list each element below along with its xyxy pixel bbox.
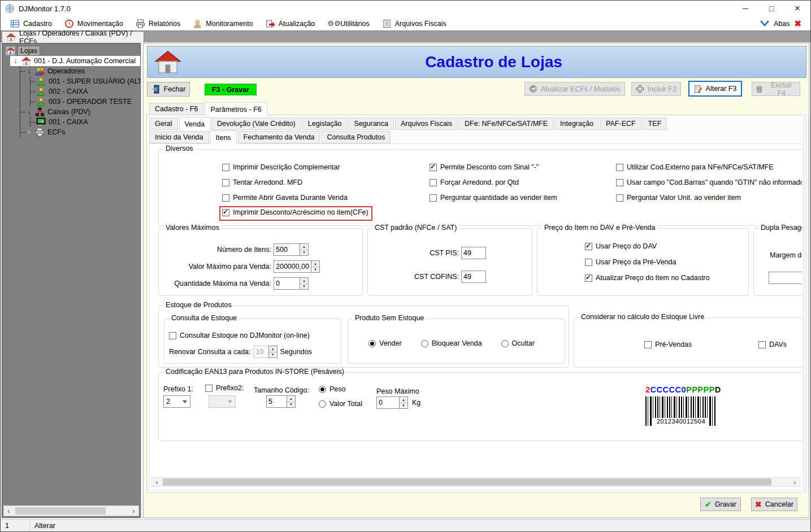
tab-devolucao[interactable]: Devolução (Vale Crédito) xyxy=(211,117,301,130)
page-horizontal-scrollbar[interactable]: ‹ › xyxy=(151,477,800,487)
spin-down-icon[interactable]: ▼ xyxy=(300,250,308,256)
spin-up-icon[interactable]: ▲ xyxy=(300,244,308,250)
radio-ocultar[interactable]: Ocultar xyxy=(501,339,535,347)
tree-horizontal-scrollbar[interactable]: ‹ › xyxy=(3,505,139,516)
tree-item-caixa-001[interactable]: 001 - CAIXA xyxy=(31,117,140,127)
cst-cofins-input[interactable] xyxy=(461,271,486,283)
tab-venda[interactable]: Venda xyxy=(179,117,210,130)
tree-expanded-icon[interactable]: ↓ xyxy=(26,67,32,75)
menu-atualizacao[interactable]: Atualização xyxy=(259,16,322,30)
atualizar-ecfs-button[interactable]: Atualizar ECFs / Modulos xyxy=(524,82,625,96)
tree-expanded-icon[interactable]: ↓ xyxy=(26,108,32,116)
tree-item-operador-003[interactable]: 003 - OPERADOR TESTE xyxy=(31,97,140,107)
cancelar-button[interactable]: ✖ Cancelar xyxy=(751,498,797,511)
workspace-tab-lojas[interactable]: Lojas / Operadores / Caixas (PDV) / ECFs xyxy=(2,31,144,43)
menu-arquivos-fiscais[interactable]: Arquivos Fiscais xyxy=(376,16,453,30)
margem-input[interactable] xyxy=(769,272,803,284)
spinner-buttons[interactable]: ▲▼ xyxy=(311,260,320,273)
spin-down-icon[interactable]: ▼ xyxy=(300,284,308,290)
spin-down-icon[interactable]: ▼ xyxy=(269,352,277,358)
quantidade-maxima-spinner[interactable]: ▲▼ xyxy=(274,277,309,290)
tab-geral[interactable]: Geral xyxy=(149,117,178,130)
menu-utilitarios[interactable]: ⚙⚙ Utilitários xyxy=(321,16,375,30)
tab-integracao[interactable]: Integração xyxy=(554,117,599,130)
quantidade-maxima-input[interactable] xyxy=(274,277,300,290)
menu-relatorios[interactable]: Relatórios xyxy=(129,16,187,30)
checkbox-permite-abrir-gaveta[interactable]: Permite Abrir Gaveta Durante Venda xyxy=(222,194,372,202)
menu-movimentacao[interactable]: Movimentação xyxy=(58,16,129,30)
peso-maximo-input[interactable] xyxy=(376,396,399,409)
tree-item-ecfs[interactable]: › ECFs xyxy=(20,127,140,137)
spin-up-icon[interactable]: ▲ xyxy=(400,397,407,403)
spin-up-icon[interactable]: ▲ xyxy=(287,396,295,402)
radio-peso[interactable]: Peso xyxy=(319,385,346,393)
tab-legislacao[interactable]: Legislação xyxy=(302,117,348,130)
spin-down-icon[interactable]: ▼ xyxy=(400,403,407,409)
valor-maximo-venda-spinner[interactable]: ▲▼ xyxy=(274,260,320,273)
alterar-f3-button[interactable]: Alterar F3 xyxy=(688,81,742,97)
tamanho-codigo-input[interactable] xyxy=(266,395,287,408)
spin-up-icon[interactable]: ▲ xyxy=(269,346,277,352)
spin-up-icon[interactable]: ▲ xyxy=(311,261,319,267)
radio-valor-total[interactable]: Valor Total xyxy=(319,400,362,408)
tab-parametros-f6[interactable]: Parâmetros - F6 xyxy=(205,102,267,116)
renovar-consulta-input[interactable] xyxy=(254,346,268,358)
checkbox-usar-preco-dav[interactable]: Usar Preço do DAV xyxy=(585,242,710,250)
scroll-left-icon[interactable]: ‹ xyxy=(4,507,14,515)
checkbox-permite-desconto-sinal[interactable]: Permite Desconto com Sinal "-" xyxy=(430,163,557,171)
checkbox-perguntar-valor-unit[interactable]: Perguntar Valor Unit. ao vender item xyxy=(616,194,803,202)
tree-collapsed-icon[interactable]: › xyxy=(26,128,32,136)
checkbox-imprimir-descricao[interactable]: Imprimir Descrição Complementar xyxy=(222,163,372,171)
maximize-button[interactable]: □ xyxy=(758,1,784,16)
valor-maximo-venda-input[interactable] xyxy=(274,260,311,273)
tab-inicio-da-venda[interactable]: Inicio da Venda xyxy=(149,131,209,143)
tamanho-codigo-spinner[interactable]: ▲▼ xyxy=(266,395,296,408)
tab-itens[interactable]: Itens xyxy=(210,130,237,144)
checkbox-atualizar-preco-item[interactable]: Atualizar Preço do Item no Cadastro xyxy=(585,274,710,282)
fechar-button[interactable]: Fechar xyxy=(147,82,190,97)
abas-chevron-down-icon[interactable] xyxy=(760,20,769,27)
checkbox-consultar-estoque-online[interactable]: Consultar Estoque no DJMonitor (on-line) xyxy=(169,332,310,339)
abas-close-icon[interactable]: ✖ xyxy=(794,19,801,29)
tab-arquivos-fiscais[interactable]: Arquivos Fiscais xyxy=(395,117,458,130)
excluir-f4-button[interactable]: Excluir F4 xyxy=(752,82,800,96)
tab-paf-ecf[interactable]: PAF-ECF xyxy=(600,117,641,130)
checkbox-davs[interactable]: DAVs xyxy=(758,341,787,348)
checkbox-perguntar-quantidade[interactable]: Perguntar quantidade ao vender item xyxy=(430,194,557,202)
numero-itens-spinner[interactable]: ▲▼ xyxy=(274,243,309,256)
scrollbar-thumb[interactable] xyxy=(163,478,771,486)
close-button[interactable]: × xyxy=(784,1,810,16)
spin-up-icon[interactable]: ▲ xyxy=(300,278,308,284)
incluir-f2-button[interactable]: Incluir F2 xyxy=(631,82,681,96)
menu-cadastro[interactable]: Cadastro xyxy=(4,16,58,30)
tree-item-caixas-pdv[interactable]: ↓ Caixas (PDV) xyxy=(20,107,140,117)
spin-down-icon[interactable]: ▼ xyxy=(311,267,319,273)
abas-label[interactable]: Abas xyxy=(774,20,790,28)
numero-itens-input[interactable] xyxy=(274,243,300,256)
renovar-consulta-spinner[interactable]: ▲▼ xyxy=(254,346,277,358)
radio-bloquear-venda[interactable]: Bloquear Venda xyxy=(421,339,482,347)
tree-item-operadores[interactable]: ↓ Operadores xyxy=(20,66,140,76)
radio-vender[interactable]: Vender xyxy=(368,339,402,347)
prefixo1-dropdown[interactable]: 2 xyxy=(163,395,190,408)
spinner-buttons[interactable]: ▲▼ xyxy=(399,396,408,409)
tab-consulta-produtos[interactable]: Consulta Produtos xyxy=(321,131,391,143)
checkbox-imprimir-desconto-item-cfe[interactable]: Imprimir Desconto/Acréscimo no item(CFe) xyxy=(222,208,368,216)
tab-seguranca[interactable]: Seguranca xyxy=(349,117,394,130)
checkbox-usar-campo-cod-barras[interactable]: Usar campo "Cod.Barras" quando "GTIN" nã… xyxy=(616,178,803,186)
spinner-buttons[interactable]: ▲▼ xyxy=(300,243,309,256)
checkbox-utilizar-cod-externo[interactable]: Utilizar Cod.Externo para NFe/NFCe/SAT/M… xyxy=(616,163,803,171)
tree-item-store[interactable]: ↓ 001 - D.J. Automação Comercial xyxy=(10,56,140,66)
scroll-left-icon[interactable]: ‹ xyxy=(152,478,162,486)
menu-monitoramento[interactable]: Monitoramento xyxy=(187,16,259,30)
tab-cadastro-f6[interactable]: Cadastro - F6 xyxy=(149,103,203,115)
prefixo2-dropdown[interactable] xyxy=(209,395,236,408)
cst-pis-input[interactable] xyxy=(461,247,486,259)
tab-fechamento-da-venda[interactable]: Fechamento da Venda xyxy=(238,131,320,143)
minimize-button[interactable]: ─ xyxy=(732,1,758,16)
tab-dfe[interactable]: DFe: NFe/NFCe/SAT/MFE xyxy=(459,117,553,130)
spin-down-icon[interactable]: ▼ xyxy=(287,402,295,408)
right-edge-scroll-strip[interactable] xyxy=(802,115,809,493)
tree-expanded-icon[interactable]: ↓ xyxy=(12,57,19,65)
tab-tef[interactable]: TEF xyxy=(643,117,667,130)
